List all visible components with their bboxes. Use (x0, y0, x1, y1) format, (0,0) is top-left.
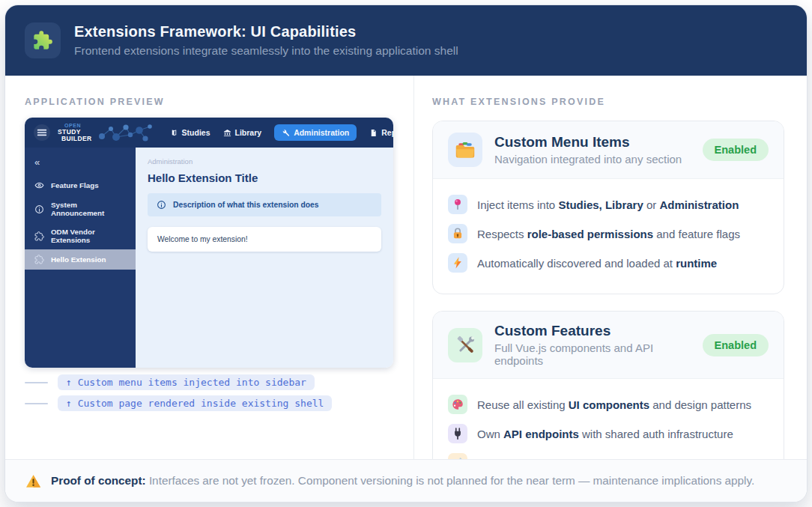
section-label-application-preview: APPLICATION PREVIEW (25, 97, 413, 107)
puzzle-icon (25, 22, 61, 58)
extension-page-title: Hello Extension Title (148, 171, 381, 184)
lock-icon (448, 224, 467, 243)
header-text: Extensions Framework: UI Capabilities Fr… (74, 23, 458, 58)
feature-bullet-text: Automatically discovered and loaded at r… (477, 257, 717, 270)
app-logo-text: OPEN STUDY BUILDER (58, 123, 92, 142)
nav-item-administration[interactable]: Administration (274, 124, 357, 141)
nav-item-label: Studies (182, 128, 210, 137)
nav-item-library[interactable]: Library (223, 128, 262, 137)
info-alert-text: Description of what this extension does (173, 201, 319, 209)
nav-item-label: Reports (381, 128, 393, 137)
section-label-what-extensions-provide: WHAT EXTENSIONS PROVIDE (432, 97, 784, 107)
sidebar-item-feature-flags[interactable]: Feature Flags (25, 175, 136, 195)
puzzle-outline-icon (34, 231, 44, 241)
feature-bullet: Reuse all existing UI components and des… (448, 395, 769, 414)
sidebar-item-system-announcement[interactable]: System Announcement (25, 195, 136, 222)
application-preview-section: APPLICATION PREVIEW OPEN STUDY BUILDER (5, 76, 413, 459)
feature-card-header: Custom Features Full Vue.js components a… (433, 312, 784, 379)
sidebar-item-label: ODM Vendor Extensions (51, 228, 126, 244)
info-icon (157, 200, 166, 210)
feature-bullet: Own API endpoints with shared auth infra… (448, 424, 769, 443)
caption-pill: ↑ Custom menu items injected into sideba… (58, 374, 315, 390)
app-topbar: OPEN STUDY BUILDER (25, 118, 393, 148)
feature-bullet-text: Own API endpoints with shared auth infra… (477, 428, 733, 440)
feature-bullet-text: Inject items into Studies, Library or Ad… (477, 198, 739, 211)
card-title: Custom Features (494, 323, 691, 339)
file-icon (369, 129, 378, 137)
feature-bullet: Inject items into Studies, Library or Ad… (448, 195, 769, 214)
feature-bullet: Respects role-based permissions and feat… (448, 224, 769, 243)
feature-bullet: Automatically discovered and loaded at r… (448, 253, 769, 273)
feature-card-header: Custom Menu Items Navigation integrated … (433, 121, 784, 179)
info-alert: Description of what this extension does (148, 193, 381, 216)
caption-list: ↑ Custom menu items injected into sideba… (25, 374, 413, 411)
app-sidebar: « Feature Flags System Announcement ODM … (25, 148, 136, 368)
feature-bullet-text: Reuse all existing UI components and des… (477, 398, 751, 411)
connector-line (25, 403, 48, 404)
bank-icon (223, 129, 231, 137)
caption-pill: ↑ Custom page rendered inside existing s… (58, 395, 332, 411)
card-subtitle: Navigation integrated into any section (494, 153, 691, 166)
feature-card-custom-menu-items: Custom Menu Items Navigation integrated … (432, 121, 784, 294)
status-badge: Enabled (703, 334, 769, 356)
app-main: « Feature Flags System Announcement ODM … (25, 148, 393, 368)
folder-icon (448, 133, 482, 167)
eye-icon (34, 180, 44, 190)
caption-row: ↑ Custom menu items injected into sideba… (25, 374, 413, 390)
menu-icon[interactable] (34, 124, 50, 141)
footer-text: Proof of concept: Interfaces are not yet… (51, 474, 754, 488)
warning-icon (25, 473, 41, 489)
info-icon (34, 204, 44, 214)
nav-item-reports[interactable]: Reports (369, 128, 393, 137)
card-subtitle: Full Vue.js components and API endpoints (494, 341, 691, 367)
feature-card-body: Inject items into Studies, Library or Ad… (433, 179, 784, 294)
app-top-nav: Studies Library Administration Reports S… (170, 124, 393, 141)
app-logo: OPEN STUDY BUILDER (58, 121, 154, 145)
caption-row: ↑ Custom page rendered inside existing s… (25, 395, 413, 411)
connector-line (25, 382, 48, 383)
header: Extensions Framework: UI Capabilities Fr… (5, 5, 807, 76)
sidebar-item-label: Feature Flags (51, 181, 99, 189)
body: APPLICATION PREVIEW OPEN STUDY BUILDER (5, 76, 807, 459)
sidebar-item-odm-vendor-extensions[interactable]: ODM Vendor Extensions (25, 222, 136, 249)
status-badge: Enabled (703, 139, 769, 161)
sidebar-item-label: Hello Extension (51, 255, 106, 264)
nav-item-label: Library (235, 128, 262, 137)
palette-icon (448, 395, 467, 414)
sidebar-item-hello-extension[interactable]: Hello Extension (25, 249, 136, 270)
app-content: Administration Hello Extension Title Des… (136, 148, 393, 368)
lightning-icon (448, 253, 467, 273)
molecule-logo-graphic (95, 121, 154, 145)
card-title: Custom Menu Items (494, 134, 691, 151)
footer-warning: Proof of concept: Interfaces are not yet… (5, 459, 807, 502)
page-title: Extensions Framework: UI Capabilities (74, 23, 458, 40)
nav-item-studies[interactable]: Studies (170, 128, 210, 137)
page-subtitle: Frontend extensions integrate seamlessly… (74, 44, 458, 58)
collapse-sidebar-button[interactable]: « (25, 152, 136, 175)
breadcrumb: Administration (148, 157, 381, 166)
app-preview-window: OPEN STUDY BUILDER (25, 118, 393, 368)
extensions-framework-panel: Extensions Framework: UI Capabilities Fr… (4, 4, 808, 503)
feature-bullet-text: Respects role-based permissions and feat… (477, 228, 740, 240)
what-extensions-provide-section: WHAT EXTENSIONS PROVIDE Custom Menu Item… (413, 76, 807, 459)
hammer-wrench-icon (448, 328, 482, 362)
plug-icon (448, 424, 467, 443)
book-icon (170, 129, 178, 137)
nav-item-label: Administration (294, 128, 349, 137)
pushpin-icon (448, 195, 467, 214)
puzzle-outline-icon (34, 255, 44, 264)
extension-body-card: Welcome to my extension! (148, 227, 381, 252)
sidebar-item-label: System Announcement (51, 201, 126, 217)
wrench-icon (282, 129, 290, 137)
